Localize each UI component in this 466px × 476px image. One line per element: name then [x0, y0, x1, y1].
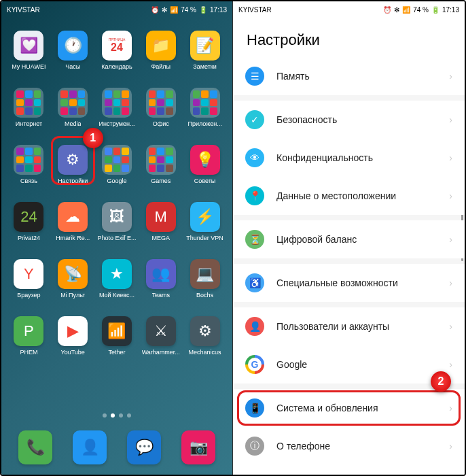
app-mega[interactable]: MMEGA	[140, 194, 181, 249]
chevron-right-icon: ›	[449, 321, 452, 332]
app-мой-киевс-[interactable]: ★Мой Киевс...	[96, 252, 138, 306]
app-настройки[interactable]: ⚙Настройки1	[52, 137, 94, 192]
app-icon: P	[14, 316, 43, 346]
chevron-right-icon: ›	[449, 152, 452, 163]
app-tether[interactable]: 📶Tether	[96, 309, 138, 363]
folder-icon	[14, 88, 43, 118]
app-google[interactable]: Google	[96, 137, 138, 192]
app-заметки[interactable]: 📝Заметки	[184, 23, 226, 78]
app-youtube[interactable]: ▶YouTube	[52, 309, 94, 363]
app-mi-пульт[interactable]: 📡Mi Пульт	[52, 252, 94, 306]
app-thunder-vpn[interactable]: ⚡Thunder VPN	[184, 194, 226, 249]
settings-item-безопасность[interactable]: ✓Безопасность›	[233, 101, 465, 139]
settings-screen: KYIVSTAR ⏰ ✻ 📶 74 % 🔋 17:13 Настройки ☰П…	[233, 1, 465, 475]
app-games[interactable]: Games	[140, 137, 181, 192]
app-label: Советы	[194, 177, 215, 184]
settings-item-конфиденциальность[interactable]: 👁Конфиденциальность›	[233, 139, 465, 177]
dock-icon[interactable]: 💬	[127, 430, 161, 464]
settings-item-цифровой-баланс[interactable]: ⏳Цифровой баланс›	[233, 220, 465, 258]
app-icon: 📝	[190, 31, 220, 61]
setting-label: Пользователи и аккаунты	[276, 321, 437, 332]
app-связь[interactable]: Связь	[8, 137, 50, 192]
app-warhammer-[interactable]: ⚔Warhammer...	[140, 309, 181, 363]
status-right: ⏰ ✻ 📶 74 % 🔋 17:13	[383, 6, 459, 14]
settings-divider	[233, 215, 465, 220]
app-label: Photo Exif E...	[97, 235, 136, 241]
bluetooth-icon: ✻	[394, 6, 399, 14]
settings-item-о-телефоне[interactable]: ⓘО телефоне›	[233, 427, 465, 465]
app-офис[interactable]: Офис	[140, 80, 181, 135]
setting-icon: 📍	[245, 186, 264, 205]
settings-item-специальные-возможности[interactable]: ♿Специальные возможности›	[233, 264, 465, 302]
dock: 📞👤💬📷	[1, 420, 232, 475]
dock-icon[interactable]: 📞	[18, 430, 52, 464]
app-icon: 👥	[146, 259, 176, 289]
settings-item-google[interactable]: GGoogle›	[233, 345, 465, 384]
setting-label: Специальные возможности	[276, 277, 437, 288]
app-label: Интернет	[16, 120, 42, 127]
battery-icon: 🔋	[199, 6, 207, 14]
app-icon: 💡	[190, 145, 220, 175]
setting-label: Безопасность	[276, 114, 437, 125]
dock-icon[interactable]: 📷	[181, 430, 215, 464]
app-bochs[interactable]: 💻Bochs	[184, 252, 226, 306]
folder-icon	[102, 88, 132, 118]
app-приложен-[interactable]: Приложен...	[184, 80, 226, 135]
app-photo-exif-e-[interactable]: 🖼Photo Exif E...	[96, 194, 138, 249]
signal-icon: 📶	[170, 6, 178, 14]
setting-icon: 👤	[245, 317, 264, 336]
app-icon: ⚙	[58, 145, 88, 175]
settings-title: Настройки	[233, 18, 465, 57]
app-icon: ☁	[58, 202, 88, 232]
dock-icon[interactable]: 👤	[73, 430, 107, 464]
battery-label: 74 %	[181, 6, 196, 14]
settings-item-память[interactable]: ☰Память›	[233, 57, 465, 95]
settings-divider	[233, 302, 465, 307]
settings-item-система-и-обновления[interactable]: 📱Система и обновления›2	[233, 389, 465, 427]
chevron-right-icon: ›	[449, 403, 452, 413]
time-label: 17:13	[210, 6, 227, 14]
app-icon: ⚡	[190, 202, 220, 232]
app-media[interactable]: Media	[52, 80, 94, 135]
folder-icon	[58, 88, 88, 118]
app-my-huawei[interactable]: 💟My HUAWEI	[8, 23, 50, 78]
app-label: Календарь	[101, 63, 132, 70]
app-icon: 🖼	[102, 202, 132, 232]
app-mechanicus[interactable]: ⚙Mechanicus	[184, 309, 226, 363]
app-label: Privat24	[18, 235, 40, 241]
setting-label: Конфиденциальность	[276, 152, 437, 163]
app-label: Google	[107, 177, 126, 184]
app-файлы[interactable]: 📁Файлы	[140, 23, 181, 78]
setting-icon: ☰	[245, 67, 264, 86]
app-календарь[interactable]: ПЯТНИЦА24Календарь	[96, 23, 138, 78]
app-часы[interactable]: 🕐Часы	[52, 23, 94, 78]
app-интернет[interactable]: Интернет	[8, 80, 50, 135]
status-right: ⏰ ✻ 📶 74 % 🔋 17:13	[151, 6, 227, 14]
app-label: Браузер	[17, 292, 40, 299]
settings-item-пользователи-и-аккаунты[interactable]: 👤Пользователи и аккаунты›	[233, 307, 465, 345]
setting-icon: ⏳	[245, 230, 264, 249]
settings-divider	[233, 258, 465, 264]
carrier-label: KYIVSTAR	[238, 6, 272, 14]
app-label: Teams	[152, 292, 171, 299]
app-браузер[interactable]: YБраузер	[8, 252, 50, 306]
app-teams[interactable]: 👥Teams	[140, 252, 181, 306]
app-icon: 📁	[146, 31, 176, 61]
app-советы[interactable]: 💡Советы	[184, 137, 226, 192]
app-label: PHEM	[20, 349, 37, 356]
setting-icon: ♿	[245, 273, 264, 292]
app-label: Файлы	[151, 63, 171, 70]
settings-item-данные-о-местоположении[interactable]: 📍Данные о местоположении›	[233, 177, 465, 215]
settings-list[interactable]: ☰Память›✓Безопасность›👁Конфиденциальност…	[233, 57, 465, 475]
app-icon: ⚙	[190, 316, 220, 346]
app-инструмен-[interactable]: Инструмен...	[96, 80, 138, 135]
folder-icon	[146, 145, 176, 175]
app-phem[interactable]: PPHEM	[8, 309, 50, 363]
chevron-right-icon: ›	[449, 71, 452, 82]
setting-icon: 👁	[245, 148, 264, 167]
app-privat24[interactable]: 24Privat24	[8, 194, 50, 249]
chevron-right-icon: ›	[449, 277, 452, 288]
home-screen: KYIVSTAR ⏰ ✻ 📶 74 % 🔋 17:13 💟My HUAWEI🕐Ч…	[1, 1, 233, 475]
chevron-right-icon: ›	[449, 114, 452, 125]
app-hmarik-re-[interactable]: ☁Hmarik Re...	[52, 194, 94, 249]
